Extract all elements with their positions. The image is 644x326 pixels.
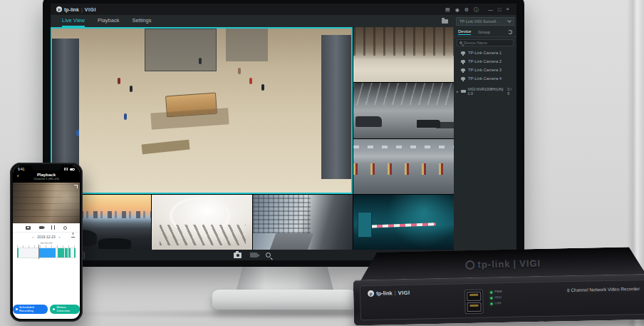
camera-feed-barrier[interactable] xyxy=(353,195,454,250)
phone-notch xyxy=(31,165,61,170)
timeline-playhead[interactable] xyxy=(38,245,39,259)
camera-list-item-2[interactable]: TP-Link Camera 2 xyxy=(454,57,516,66)
camera-label: TP-Link Camera 2 xyxy=(468,59,502,63)
chevron-down-icon xyxy=(507,19,511,23)
signal-icon xyxy=(64,168,68,170)
timeline-ruler xyxy=(17,245,76,248)
gear-icon[interactable]: ⚙ xyxy=(463,7,470,12)
led-label: HDD xyxy=(494,296,502,300)
led-label: PWR xyxy=(494,290,502,294)
camera-feed-white-museum[interactable] xyxy=(152,195,252,250)
camera-feed-parking[interactable] xyxy=(353,139,454,194)
current-date: 2019-12-23 xyxy=(37,235,56,239)
folder-icon[interactable] xyxy=(442,19,448,24)
vigi-app-window: p tp-link | VIGI ▤ ◉ ⚙ ⓘ — □ × Live View… xyxy=(51,4,516,260)
recording-segment xyxy=(68,248,71,258)
timeline-clock: 00:00:00 xyxy=(13,241,80,245)
info-icon[interactable]: ⓘ xyxy=(472,7,480,12)
legend-label: Motion Detection xyxy=(56,306,77,312)
led-row: HDD xyxy=(490,296,502,300)
scene-prop xyxy=(76,130,79,136)
tp-link-logo-icon: p xyxy=(56,6,62,12)
snapshot-icon[interactable] xyxy=(26,226,31,230)
brand-name: tp-link xyxy=(477,258,510,270)
scene-prop xyxy=(321,35,351,179)
restore-button[interactable]: □ xyxy=(497,7,502,12)
scene-prop xyxy=(150,108,229,130)
sidebar-tabs: Device Group xyxy=(454,27,516,37)
camera-grid xyxy=(51,27,454,250)
record-icon[interactable] xyxy=(39,226,43,230)
audio-icon[interactable] xyxy=(63,226,67,230)
legend-dot-icon xyxy=(53,308,55,310)
minimize-button[interactable]: — xyxy=(487,7,494,12)
nvr-device: tp-link | VIGI p tp-link | VIGI 8 Channe… xyxy=(353,247,644,326)
prev-date-button[interactable]: ‹ xyxy=(33,235,34,239)
recording-segment xyxy=(17,248,19,258)
led-indicators: PWR HDD LAN xyxy=(490,290,502,305)
status-icons xyxy=(64,168,75,170)
logo-divider: | xyxy=(395,290,396,296)
status-icon[interactable]: ◉ xyxy=(454,7,461,12)
camera-icon xyxy=(461,60,465,63)
layout-icon[interactable]: ▤ xyxy=(444,7,452,12)
nvr-front-panel: p tp-link | VIGI 8 Channel Network Video… xyxy=(353,274,644,326)
nvr-channel-count: 0 / 8 xyxy=(507,87,514,96)
back-button[interactable]: ‹ xyxy=(17,173,19,178)
tp-link-logo-icon xyxy=(465,260,474,269)
expand-arrow-icon[interactable]: ▸ xyxy=(457,89,459,93)
playback-timeline[interactable] xyxy=(17,248,76,258)
viewer-column: Live View Playback Settings xyxy=(51,15,454,260)
server-dropdown-label: TP-Link VIGI Surveill… xyxy=(459,19,500,24)
playback-video[interactable] xyxy=(13,183,80,223)
device-search[interactable] xyxy=(457,39,514,46)
search-input[interactable] xyxy=(464,41,511,45)
fullscreen-icon[interactable] xyxy=(74,185,78,188)
monitor-stand-base xyxy=(212,290,356,310)
scene-prop xyxy=(118,78,120,84)
scene-prop xyxy=(199,58,202,64)
product-name: VIGI xyxy=(519,258,541,269)
tp-link-logo-icon: p xyxy=(368,290,374,297)
channel-subtitle: Channel 1 (HD-05) xyxy=(13,177,80,180)
nvr-list-item[interactable]: ▸ VIGI NVR1008H(UN) 1.0 0 / 8 xyxy=(454,83,516,98)
tab-live-view[interactable]: Live View xyxy=(62,15,85,27)
refresh-icon[interactable] xyxy=(508,30,512,34)
camera-icon xyxy=(461,77,465,80)
vigi-mobile-app: 9:41 ‹ Playback Channel 1 (HD-05) xyxy=(13,165,80,319)
scene-prop xyxy=(226,29,268,61)
tab-group[interactable]: Group xyxy=(478,30,490,35)
recording-segment xyxy=(38,248,56,258)
download-icon[interactable] xyxy=(71,235,75,238)
app-body: Live View Playback Settings xyxy=(51,15,516,260)
zoom-icon[interactable] xyxy=(266,253,271,258)
tab-settings[interactable]: Settings xyxy=(132,15,151,27)
tab-playback[interactable]: Playback xyxy=(98,15,119,27)
scene-prop xyxy=(130,86,133,92)
nav-bar: Live View Playback Settings xyxy=(51,15,454,27)
scene-prop xyxy=(261,84,264,91)
titlebar: p tp-link | VIGI ▤ ◉ ⚙ ⓘ — □ × xyxy=(51,4,516,15)
scene-prop xyxy=(249,78,252,84)
led-icon xyxy=(490,291,492,293)
camera-feed-main-museum[interactable] xyxy=(51,27,353,194)
record-icon[interactable] xyxy=(250,253,257,258)
camera-list-item-1[interactable]: TP-Link Camera 1 xyxy=(454,49,516,57)
playback-controls xyxy=(13,223,80,233)
camera-list-item-3[interactable]: TP-Link Camera 3 xyxy=(454,66,516,74)
next-date-button[interactable]: › xyxy=(59,235,61,239)
camera-feed-garage[interactable] xyxy=(353,83,454,138)
tab-device[interactable]: Device xyxy=(458,29,471,35)
camera-feed-street[interactable] xyxy=(253,195,353,250)
close-button[interactable]: × xyxy=(504,6,511,12)
pause-icon[interactable] xyxy=(51,225,55,230)
snapshot-icon[interactable] xyxy=(234,253,242,258)
camera-list-item-4[interactable]: TP-Link Camera 4 xyxy=(454,74,516,83)
product-scene: p tp-link | VIGI ▤ ◉ ⚙ ⓘ — □ × Live View… xyxy=(0,0,644,326)
server-dropdown[interactable]: TP-Link VIGI Surveill… xyxy=(456,17,514,26)
legend-label: Scheduled Recording xyxy=(19,306,45,312)
camera-feed-grand-hall[interactable] xyxy=(353,27,454,82)
nvr-front-logo: p tp-link | VIGI xyxy=(368,290,410,297)
camera-icon xyxy=(461,68,465,71)
scene-prop xyxy=(124,113,127,120)
